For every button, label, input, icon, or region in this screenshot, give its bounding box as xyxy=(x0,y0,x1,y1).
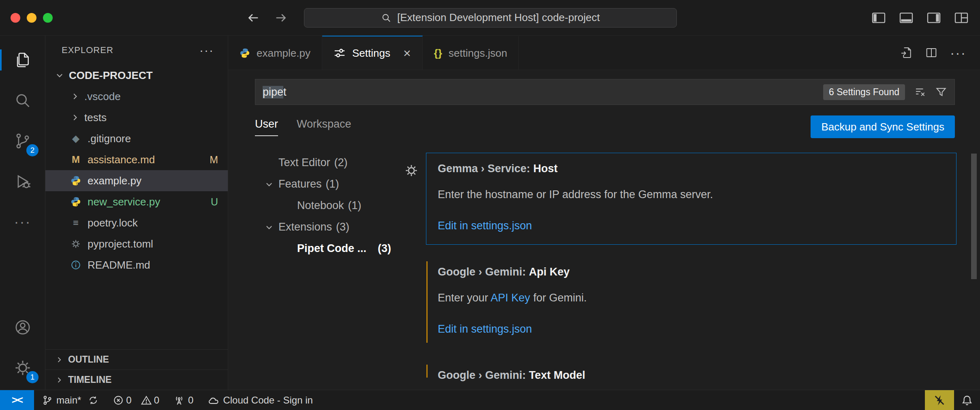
setting-actions-gear-icon[interactable] xyxy=(404,164,418,177)
open-settings-json-icon[interactable] xyxy=(900,46,913,59)
tree-item-tests[interactable]: tests xyxy=(45,107,228,128)
lightning-off-status[interactable] xyxy=(925,390,954,410)
sidebar-item-explorer[interactable] xyxy=(0,40,45,80)
notifications-button[interactable] xyxy=(954,390,980,410)
toc-item-features[interactable]: Features (1) xyxy=(228,173,402,195)
setting-title: Google › Gemini: Text Model xyxy=(438,368,945,382)
debug-icon xyxy=(14,173,32,190)
search-text-selected: pipe xyxy=(263,86,283,98)
git-untracked-badge: U xyxy=(211,196,218,208)
scope-tab-workspace[interactable]: Workspace xyxy=(297,118,351,136)
accounts-button[interactable] xyxy=(0,307,45,348)
chevron-down-icon xyxy=(263,180,275,189)
tree-item-gitignore[interactable]: ◆ .gitignore xyxy=(45,128,228,149)
editor-tab-bar: example.py Settings × {} settings.json xyxy=(228,36,980,70)
search-icon xyxy=(381,13,392,23)
backup-and-sync-settings-button[interactable]: Backup and Sync Settings xyxy=(811,115,955,138)
json-braces-icon: {} xyxy=(434,47,442,60)
git-branch-status[interactable]: main* xyxy=(42,395,98,406)
markdown-icon: M xyxy=(69,154,83,165)
sidebar-item-more[interactable]: ··· xyxy=(0,202,45,242)
close-tab-icon[interactable]: × xyxy=(403,47,411,60)
radio-tower-icon xyxy=(174,395,184,406)
more-actions-icon[interactable]: ··· xyxy=(950,45,966,61)
setting-google-gemini-text-model[interactable]: Google › Gemini: Text Model xyxy=(426,359,956,383)
git-file-icon: ◆ xyxy=(69,133,83,144)
settings-editor: pipet 6 Settings Found User Wo xyxy=(228,70,980,390)
window-controls xyxy=(11,13,53,23)
tab-example-py[interactable]: example.py xyxy=(228,36,322,70)
git-modified-badge: M xyxy=(210,154,218,166)
tab-settings-json[interactable]: {} settings.json xyxy=(423,36,519,70)
filter-icon[interactable] xyxy=(935,86,947,98)
setting-gemma-service-host[interactable]: Gemma › Service: Host Enter the hostname… xyxy=(426,153,956,245)
settings-toc: Text Editor (2) Features (1) Notebook xyxy=(228,148,402,390)
status-bar: >< main* 0 xyxy=(0,390,980,410)
setting-title: Gemma › Service: Host xyxy=(438,161,945,176)
views-and-more-actions-icon[interactable]: ··· xyxy=(199,43,214,57)
scope-tab-user[interactable]: User xyxy=(255,118,278,136)
problems-status[interactable]: 0 0 xyxy=(113,395,159,406)
setting-description: Enter the hostname or IP address for the… xyxy=(438,187,945,202)
file-tree: CODE-PROJECT .vscode tests ◆ .gitign xyxy=(45,65,228,349)
bell-icon xyxy=(961,395,973,406)
command-center-title: [Extension Development Host] code-projec… xyxy=(397,11,600,24)
ellipsis-icon: ··· xyxy=(14,214,31,231)
manage-settings-button[interactable]: 1 xyxy=(0,348,45,388)
toggle-primary-sidebar-icon[interactable] xyxy=(871,10,887,26)
python-icon xyxy=(240,48,250,58)
scrollbar-thumb[interactable] xyxy=(971,154,977,279)
zoom-window-button[interactable] xyxy=(43,13,53,23)
settings-found-badge: 6 Settings Found xyxy=(823,84,905,100)
tab-settings[interactable]: Settings × xyxy=(322,36,423,70)
edit-in-settings-json-link[interactable]: Edit in settings.json xyxy=(438,220,532,232)
toc-item-pipet-code[interactable]: Pipet Code ... (3) xyxy=(228,238,402,259)
lightning-off-icon xyxy=(933,394,946,406)
tree-item-assistance-md[interactable]: M assistance.md M xyxy=(45,149,228,170)
python-icon xyxy=(69,196,83,207)
back-icon[interactable] xyxy=(246,11,260,25)
toggle-panel-icon[interactable] xyxy=(898,10,914,26)
sidebar-item-source-control[interactable]: 2 xyxy=(0,121,45,161)
files-icon xyxy=(14,51,32,69)
modified-indicator xyxy=(426,261,428,343)
forward-icon[interactable] xyxy=(274,11,288,25)
close-window-button[interactable] xyxy=(11,13,20,23)
chevron-down-icon xyxy=(53,71,66,80)
timeline-section-header[interactable]: TIMELINE xyxy=(45,369,228,390)
toc-item-notebook[interactable]: Notebook (1) xyxy=(228,195,402,216)
cloud-code-status[interactable]: Cloud Code - Sign in xyxy=(208,395,312,406)
toc-item-extensions[interactable]: Extensions (3) xyxy=(228,216,402,238)
explorer-title: EXPLORER xyxy=(62,45,113,56)
edit-in-settings-json-link[interactable]: Edit in settings.json xyxy=(438,323,532,335)
sidebar-item-search[interactable] xyxy=(0,80,45,121)
remote-indicator[interactable]: >< xyxy=(0,390,34,410)
settings-list: Gemma › Service: Host Enter the hostname… xyxy=(402,148,980,390)
tree-item-pyproject-toml[interactable]: pyproject.toml xyxy=(45,233,228,254)
cloud-icon xyxy=(208,395,219,406)
sidebar-item-run-and-debug[interactable] xyxy=(0,161,45,202)
customize-layout-icon[interactable] xyxy=(953,10,969,26)
explorer-sidebar: EXPLORER ··· CODE-PROJECT .vscode xyxy=(45,36,228,390)
setting-google-gemini-api-key[interactable]: Google › Gemini: Api Key Enter your API … xyxy=(426,256,956,348)
toc-item-text-editor[interactable]: Text Editor (2) xyxy=(228,152,402,173)
tree-item-vscode[interactable]: .vscode xyxy=(45,86,228,107)
split-editor-icon[interactable] xyxy=(925,46,938,59)
toggle-secondary-sidebar-icon[interactable] xyxy=(926,10,942,26)
python-icon xyxy=(69,175,83,186)
tree-item-new-service-py[interactable]: new_service.py U xyxy=(45,191,228,212)
clear-search-filters-icon[interactable] xyxy=(914,86,926,98)
ports-status[interactable]: 0 xyxy=(174,395,193,406)
command-center[interactable]: [Extension Development Host] code-projec… xyxy=(304,8,677,28)
chevron-right-icon xyxy=(55,376,63,384)
outline-section-header[interactable]: OUTLINE xyxy=(45,349,228,369)
minimize-window-button[interactable] xyxy=(27,13,36,23)
title-bar: [Extension Development Host] code-projec… xyxy=(0,0,980,36)
tree-item-poetry-lock[interactable]: ≡ poetry.lock xyxy=(45,212,228,233)
api-key-link[interactable]: API Key xyxy=(491,292,531,304)
tree-item-example-py[interactable]: example.py xyxy=(45,170,228,191)
tree-root-code-project[interactable]: CODE-PROJECT xyxy=(45,65,228,86)
settings-search-input[interactable]: pipet 6 Settings Found xyxy=(255,79,955,105)
tree-item-readme-md[interactable]: README.md xyxy=(45,254,228,275)
vscode-window: [Extension Development Host] code-projec… xyxy=(0,0,980,410)
